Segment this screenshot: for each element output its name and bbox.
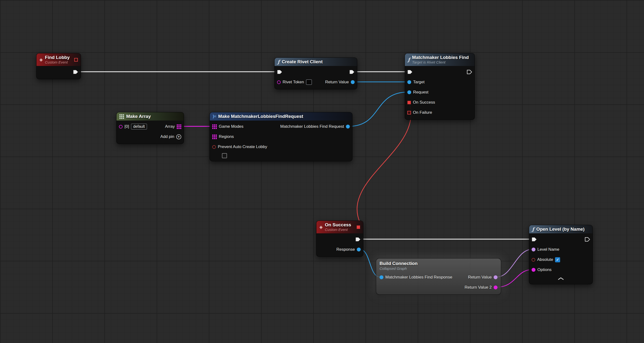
exec-out-pin[interactable]: [585, 237, 590, 242]
node-build-connection[interactable]: Build Connection Collapsed Graph Matchma…: [376, 258, 501, 295]
game-modes-pin[interactable]: [212, 124, 214, 126]
node-title: Find Lobby: [45, 55, 70, 60]
node-header[interactable]: ƒ Matchmaker Lobbies Find Target is Rive…: [405, 53, 474, 66]
prevent-auto-create-lobby-checkbox[interactable]: [222, 153, 227, 158]
delegate-output-pin[interactable]: [74, 58, 78, 62]
pin-label: Target: [413, 80, 424, 84]
array-out-pin[interactable]: [177, 124, 178, 126]
pin-label: On Success: [413, 100, 435, 105]
pin-label: Request: [413, 90, 428, 95]
node-title: Make Array: [126, 114, 151, 119]
wire-returnvalue2-to-options[interactable]: [496, 270, 532, 287]
pin-row: [316, 234, 363, 245]
pin-label: Response: [336, 247, 355, 252]
exec-out-pin[interactable]: [73, 69, 78, 74]
pin-row: Return Value 2: [376, 282, 501, 293]
exec-arrow-icon: [532, 237, 537, 242]
array-element-0-value-field[interactable]: default: [131, 124, 147, 129]
node-make-matchmaker-request[interactable]: }≡ Make MatchmakerLobbiesFindRequest Gam…: [210, 112, 352, 161]
node-find-lobby[interactable]: ◈ Find Lobby Custom Event: [36, 53, 81, 79]
pin-label: Level Name: [538, 247, 560, 252]
node-header[interactable]: ƒ Create Rivet Client: [274, 58, 357, 66]
pin-row: Game Modes Matchmaker Lobbies Find Reque…: [210, 121, 352, 132]
options-pin[interactable]: [532, 268, 536, 272]
pin-row: Prevent Auto Create Lobby: [210, 142, 352, 152]
collapse-chevron-button[interactable]: [558, 277, 564, 280]
node-subtitle: Target is Rivet Client: [412, 60, 469, 64]
request-pin[interactable]: [407, 90, 411, 94]
response-pin[interactable]: [357, 248, 361, 252]
node-on-success[interactable]: ◈ On Success Custom Event Response: [316, 221, 363, 257]
level-name-pin[interactable]: [532, 248, 536, 252]
target-pin[interactable]: [407, 80, 411, 84]
node-title: On Success: [325, 222, 351, 228]
node-create-rivet-client[interactable]: ƒ Create Rivet Client Rivet Token Re: [274, 57, 357, 89]
add-pin-button[interactable]: +: [176, 134, 181, 139]
node-matchmaker-lobbies-find[interactable]: ƒ Matchmaker Lobbies Find Target is Rive…: [405, 53, 475, 120]
blueprint-canvas[interactable]: ◈ Find Lobby Custom Event ƒ Create Rivet…: [0, 0, 644, 343]
make-struct-icon: }≡: [213, 114, 216, 118]
pin-row: Rivet Token Return Value: [274, 77, 357, 87]
node-title: Open Level (by Name): [536, 227, 585, 232]
node-header[interactable]: }≡ Make MatchmakerLobbiesFindRequest: [210, 112, 352, 120]
node-header[interactable]: ƒ Open Level (by Name): [529, 225, 592, 233]
node-header[interactable]: Build Connection Collapsed Graph: [376, 259, 501, 271]
exec-in-pin[interactable]: [277, 69, 282, 74]
pin-label: Game Modes: [219, 124, 244, 129]
pin-label: Regions: [219, 134, 234, 139]
node-make-array[interactable]: Make Array [0] default Array Add pin +: [116, 112, 184, 144]
matchmaker-response-in-pin[interactable]: [380, 275, 384, 279]
wire-request-out-to-request[interactable]: [348, 92, 408, 126]
exec-out-pin[interactable]: [467, 69, 472, 74]
chevron-up-icon: [558, 277, 564, 280]
on-failure-delegate-pin[interactable]: [407, 111, 411, 114]
custom-event-icon: ◈: [319, 225, 323, 229]
pin-label: Matchmaker Lobbies Find Request: [280, 124, 344, 129]
wire-returnvalue-to-levelname[interactable]: [496, 249, 532, 277]
node-subtitle: Collapsed Graph: [380, 266, 498, 271]
exec-in-pin[interactable]: [532, 237, 537, 242]
node-header[interactable]: ◈ Find Lobby Custom Event: [36, 53, 81, 66]
node-open-level[interactable]: ƒ Open Level (by Name) Level Name Absolu…: [529, 225, 593, 284]
pin-row: [529, 275, 592, 282]
on-success-delegate-pin[interactable]: [407, 101, 411, 104]
exec-arrow-icon: [407, 69, 413, 74]
pin-label: Options: [538, 267, 552, 272]
rivet-token-pin[interactable]: [277, 80, 281, 84]
function-icon: ƒ: [532, 227, 534, 232]
pin-label: [0]: [124, 124, 129, 129]
exec-in-pin[interactable]: [407, 69, 413, 74]
prevent-auto-create-lobby-pin[interactable]: [212, 145, 216, 149]
exec-arrow-icon: [277, 69, 282, 74]
exec-arrow-icon: [467, 69, 472, 74]
exec-arrow-icon: [585, 237, 590, 242]
make-array-icon: [120, 114, 121, 115]
return-value-2-pin[interactable]: [494, 286, 498, 289]
request-out-pin[interactable]: [346, 125, 350, 128]
custom-event-icon: ◈: [40, 57, 43, 62]
absolute-pin[interactable]: [532, 258, 535, 262]
pin-row: On Failure: [405, 107, 474, 118]
pin-row: Request: [405, 87, 474, 97]
rivet-token-value-field[interactable]: [306, 79, 312, 85]
pin-label: Return Value 2: [465, 285, 492, 290]
array-element-0-pin[interactable]: [119, 125, 122, 128]
wire-delegate-onsuccess[interactable]: [357, 104, 411, 223]
pin-row: [0] default Array: [116, 121, 184, 132]
absolute-checkbox[interactable]: ✓: [555, 257, 560, 262]
pin-row: Regions: [210, 132, 352, 142]
regions-pin[interactable]: [212, 135, 214, 136]
node-subtitle: Custom Event: [45, 60, 70, 64]
node-header[interactable]: ◈ On Success Custom Event: [316, 221, 363, 233]
exec-out-pin[interactable]: [349, 69, 355, 74]
return-value-pin[interactable]: [351, 80, 355, 84]
pin-label: Absolute: [537, 257, 553, 262]
exec-out-pin[interactable]: [355, 237, 361, 242]
pin-label: Return Value: [325, 80, 349, 84]
delegate-output-pin[interactable]: [356, 225, 360, 229]
node-header[interactable]: Make Array: [116, 112, 184, 120]
pin-row: [36, 67, 81, 77]
return-value-pin[interactable]: [494, 275, 498, 279]
pin-label: On Failure: [413, 110, 432, 115]
wire-layer: [0, 0, 644, 343]
